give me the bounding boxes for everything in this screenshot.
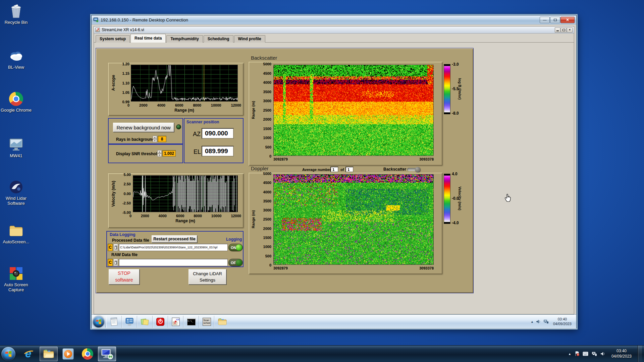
desktop-icon-mw41[interactable]: MW41 <box>1 137 32 159</box>
backscatter-toggle-slider[interactable] <box>407 168 419 171</box>
velocity-plot[interactable] <box>133 175 238 212</box>
doppler-colorbar <box>444 174 450 224</box>
remote-start-button[interactable] <box>93 316 104 327</box>
taskbar-remote-desktop[interactable] <box>98 347 116 361</box>
volume-icon[interactable] <box>600 352 605 356</box>
remote-volume-icon[interactable] <box>536 319 541 324</box>
raw-path-field[interactable] <box>119 259 228 266</box>
network-icon[interactable] <box>592 352 597 356</box>
average-count-field[interactable]: 1 <box>345 167 354 172</box>
processed-logging-toggle-on[interactable]: ON <box>228 244 243 251</box>
remote-network-icon[interactable] <box>543 319 549 324</box>
show-desktop-button[interactable] <box>638 346 642 362</box>
app-close-button[interactable]: ✕ <box>567 27 573 33</box>
remote-task-display-settings[interactable] <box>122 316 137 328</box>
processed-path-field[interactable]: C:\Lidar\Data\Proc\2023\202309\20230904\… <box>119 244 228 251</box>
remote-task-sticky-notes[interactable] <box>137 316 153 328</box>
remote-taskbar: XR C:\_ Scansched ▲ 03:40 04/09/2023 <box>92 315 576 328</box>
remote-tray-chevron-icon[interactable]: ▲ <box>531 320 534 323</box>
recycle-bin-icon <box>8 3 24 19</box>
rays-spinner[interactable]: ▲▼ <box>153 136 157 142</box>
desktop-icon-recycle-bin[interactable]: Recycle Bin <box>1 3 32 25</box>
folder-icon <box>8 223 24 238</box>
start-button[interactable] <box>1 347 15 361</box>
tab-scheduling[interactable]: Scheduling <box>204 35 233 43</box>
renew-background-button[interactable]: Renew background now <box>113 123 174 132</box>
a-scope-y-axis-label: A-scope <box>111 69 116 96</box>
backscatter-heatmap[interactable] <box>273 65 434 156</box>
taskbar-internet-explorer[interactable]: e <box>20 347 38 361</box>
action-center-flag-icon[interactable] <box>575 351 579 356</box>
rdp-window: 192.168.0.150 - Remote Desktop Connectio… <box>91 15 577 328</box>
tab-system-setup[interactable]: System setup <box>96 35 130 43</box>
data-logging-title: Data Logging <box>110 232 136 237</box>
language-keyboard-icon[interactable] <box>583 352 588 356</box>
el-value-field[interactable]: 089.999 <box>202 146 234 157</box>
background-controls-box: Renew background now Rays in background … <box>108 118 183 144</box>
rdp-minimize-button[interactable]: — <box>540 17 550 23</box>
rays-in-background-label: Rays in background <box>116 137 155 142</box>
desktop-icon-auto-screen-capture[interactable]: Auto Screen Capture <box>1 266 32 293</box>
rdp-close-button[interactable]: ✕ <box>560 17 575 23</box>
internet-explorer-icon: e <box>23 348 35 360</box>
slider-knob <box>415 167 420 172</box>
media-player-icon <box>62 348 74 360</box>
raw-browse-button[interactable] <box>113 259 118 266</box>
data-logging-box: Data Logging Processed Data file Restart… <box>106 231 244 267</box>
remote-task-shutdown[interactable] <box>153 316 168 328</box>
remote-clock[interactable]: 03:40 04/09/2023 <box>551 317 574 326</box>
explorer-folder-icon <box>43 349 55 359</box>
average-number-label: Average number <box>302 168 331 172</box>
average-number-field[interactable]: 1 <box>330 167 338 172</box>
taskbar-separator <box>105 316 106 327</box>
el-label: EL <box>194 148 201 156</box>
change-lidar-settings-button[interactable]: Change LiDAR Settings <box>189 269 226 285</box>
scanner-position-title: Scanner position <box>186 120 219 124</box>
tab-wind-profile[interactable]: Wind profile <box>234 35 265 43</box>
app-restore-button[interactable] <box>561 27 567 33</box>
windows-flag-icon <box>5 350 12 358</box>
tab-real-time-data[interactable]: Real time data <box>130 34 166 43</box>
app-titlebar[interactable]: StreamLine XR v14-6.vi ✕ <box>94 26 574 34</box>
taskbar-clock[interactable]: 03:40 04/09/2023 <box>609 349 634 359</box>
rdp-maximize-button[interactable] <box>550 17 560 23</box>
desktop-icon-label: BL-View <box>1 65 32 70</box>
taskbar-google-chrome[interactable] <box>78 347 97 361</box>
processed-browse-button[interactable] <box>113 244 118 251</box>
remote-task-labview-xr[interactable]: XR <box>168 316 183 328</box>
display-settings-icon <box>125 317 134 326</box>
app-minimize-button[interactable] <box>555 27 560 33</box>
stop-line2: software <box>115 277 133 284</box>
remote-task-command-prompt[interactable]: C:\_ <box>183 316 199 328</box>
stop-line1: STOP <box>118 270 130 277</box>
rdp-computer-icon <box>93 17 99 22</box>
app-window-title: StreamLine XR v14-6.vi <box>102 27 554 32</box>
remote-task-notepad[interactable] <box>106 316 122 328</box>
snr-value-field[interactable]: 1.002 <box>162 150 176 157</box>
taskbar-windows-explorer[interactable] <box>40 347 58 361</box>
desktop-icon-wind-lidar[interactable]: Wind Lidar Software <box>1 179 32 206</box>
tab-temp-humidity[interactable]: Temp/humidity <box>166 35 203 43</box>
logging-label: Logging <box>226 237 242 242</box>
restart-processed-file-button[interactable]: Restart processed file <box>152 235 197 243</box>
shutdown-icon <box>156 317 165 326</box>
az-value-field[interactable]: 090.000 <box>202 128 234 139</box>
a-scope-plot[interactable] <box>131 65 238 102</box>
snr-spinner[interactable]: ▲▼ <box>157 150 162 157</box>
doppler-colorbar-label: Velocity (m/s) <box>458 178 462 219</box>
rdp-titlebar[interactable]: 192.168.0.150 - Remote Desktop Connectio… <box>92 15 576 24</box>
desktop-icon-google-chrome[interactable]: Google Chrome <box>1 91 32 113</box>
raw-logging-toggle-off[interactable]: OFF <box>228 259 243 266</box>
remote-task-scan-scheduler[interactable]: Scansched <box>199 316 214 328</box>
az-label: AZ <box>193 131 201 138</box>
backscatter-y-ticks: 5000450040003500300025002000150010005000 <box>257 62 271 158</box>
desktop-icon-bl-view[interactable]: BL-View <box>1 48 32 70</box>
remote-task-file-explorer[interactable] <box>214 316 230 328</box>
desktop-icon-autoscreen-folder[interactable]: AutoScreen... <box>1 223 32 245</box>
doppler-heatmap[interactable] <box>273 174 434 265</box>
doppler-title: Doppler <box>251 166 269 171</box>
tray-chevron-icon[interactable]: ▲ <box>568 352 571 356</box>
stop-software-button[interactable]: STOP software <box>109 269 140 285</box>
rays-value-field[interactable]: 8 <box>158 136 166 142</box>
taskbar-media-player[interactable] <box>59 347 77 361</box>
